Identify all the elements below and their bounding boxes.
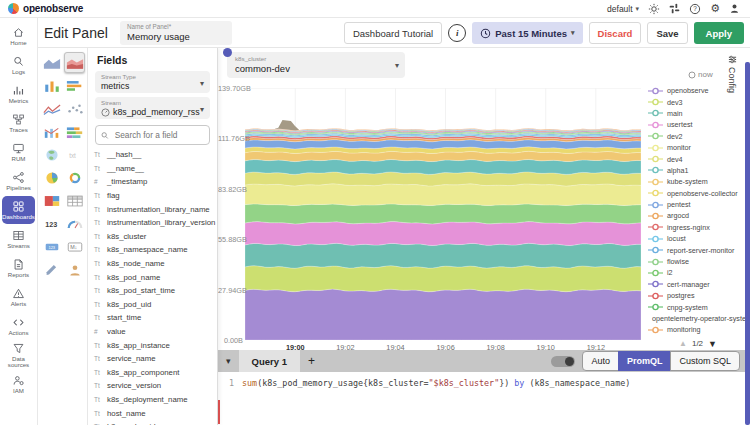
legend-item-locust[interactable]: locust xyxy=(648,233,748,244)
discard-button[interactable]: Discard xyxy=(589,22,642,44)
stacked-area-chart[interactable] xyxy=(245,88,641,340)
legend-item-pentest[interactable]: pentest xyxy=(648,199,748,210)
field-item-start_time[interactable]: Ttstart_time xyxy=(88,311,217,325)
chart-type-gauge-icon[interactable] xyxy=(64,213,85,234)
field-item-__name__[interactable]: Tt__name__ xyxy=(88,162,217,176)
field-item-k8s_app_instance[interactable]: Ttk8s_app_instance xyxy=(88,338,217,352)
legend-item-dev4[interactable]: dev4 xyxy=(648,153,748,164)
sidebar-item-metrics[interactable]: Metrics xyxy=(2,80,35,108)
help-icon[interactable]: ? xyxy=(689,3,701,15)
legend-item-cnpg-system[interactable]: cnpg-system xyxy=(648,301,748,312)
legend-item-openobserve[interactable]: openobserve xyxy=(648,85,748,96)
legend-item-dev3[interactable]: dev3 xyxy=(648,96,748,107)
chart-type-donut-icon[interactable] xyxy=(64,167,85,188)
field-item-instrumentation_library_name[interactable]: Ttinstrumentation_library_name xyxy=(88,202,217,216)
sidebar-item-rum[interactable]: RUM xyxy=(2,138,35,166)
legend-item-report-server-monitor[interactable]: report-server-monitor xyxy=(648,244,748,255)
sidebar-item-alerts[interactable]: Alerts xyxy=(2,283,35,311)
legend-item-flowise[interactable]: flowise xyxy=(648,256,748,267)
field-search-input[interactable] xyxy=(113,129,204,141)
field-item-instrumentation_library_version[interactable]: Ttinstrumentation_library_version xyxy=(88,216,217,230)
legend-item-usertest[interactable]: usertest xyxy=(648,119,748,130)
field-item-k8s_deployment_name[interactable]: Ttk8s_deployment_name xyxy=(88,393,217,407)
stream-type-select[interactable]: Stream Type metrics ▾ xyxy=(95,71,210,93)
custom-sql-mode-button[interactable]: Custom SQL xyxy=(670,351,740,371)
legend-item-cert-manager[interactable]: cert-manager xyxy=(648,279,748,290)
field-item-k8s_pod_start_time[interactable]: Ttk8s_pod_start_time xyxy=(88,284,217,298)
cluster-variable-select[interactable]: k8s_cluster common-dev ▾ xyxy=(227,52,405,78)
chart-type-treemap-icon[interactable] xyxy=(41,190,62,211)
sidebar-item-logs[interactable]: Logs xyxy=(2,51,35,79)
settings-gear-icon[interactable]: ⚙ xyxy=(710,3,720,14)
auto-mode-button[interactable]: Auto xyxy=(582,351,619,371)
legend-item-kube-system[interactable]: kube-system xyxy=(648,176,748,187)
legend-item-monitoring[interactable]: monitoring xyxy=(648,324,748,335)
chart-type-h-bar-icon[interactable] xyxy=(64,75,85,96)
sidebar-item-home[interactable]: Home xyxy=(2,22,35,50)
chart-type-geomap-icon[interactable] xyxy=(41,144,62,165)
query-mode-toggle[interactable] xyxy=(551,356,575,367)
chart-type-pie-icon[interactable] xyxy=(41,167,62,188)
legend-page-up-icon[interactable]: ▲ xyxy=(679,339,687,348)
chart-type-bar-icon[interactable] xyxy=(41,75,62,96)
legend-item-main[interactable]: main xyxy=(648,108,748,119)
field-item-k8s_cluster[interactable]: Ttk8s_cluster xyxy=(88,230,217,244)
sidebar-item-iam[interactable]: IAM xyxy=(2,370,35,398)
openobserve-logo[interactable]: openobserve xyxy=(0,3,83,14)
legend-item-opentelemetry-operator-system[interactable]: opentelemetry-operator-system xyxy=(648,313,748,324)
chart-type-h-stacked-icon[interactable] xyxy=(64,121,85,142)
field-item-service_name[interactable]: Ttservice_name xyxy=(88,352,217,366)
panel-scrollbar[interactable] xyxy=(745,62,750,425)
field-item-__hash__[interactable]: Tt__hash__ xyxy=(88,148,217,162)
legend-page-down-icon[interactable]: ▼ xyxy=(708,339,717,349)
add-query-button[interactable]: + xyxy=(308,354,315,368)
field-item-k8s_node_uid[interactable]: Ttk8s_node_uid xyxy=(88,420,217,425)
legend-item-dev2[interactable]: dev2 xyxy=(648,131,748,142)
field-item-k8s_namespace_name[interactable]: Ttk8s_namespace_name xyxy=(88,243,217,257)
chart-type-area-stacked-icon[interactable] xyxy=(64,52,85,73)
save-button[interactable]: Save xyxy=(647,22,687,44)
dashboard-tutorial-button[interactable]: Dashboard Tutorial xyxy=(344,22,442,44)
promql-mode-button[interactable]: PromQL xyxy=(618,351,672,371)
field-item-k8s_pod_uid[interactable]: Ttk8s_pod_uid xyxy=(88,298,217,312)
chart-type-annotation-icon[interactable] xyxy=(41,259,62,280)
legend-item-openobserve-collector[interactable]: openobserve-collector xyxy=(648,188,748,199)
slack-icon[interactable] xyxy=(669,3,680,14)
chart-type-text-icon[interactable]: txt xyxy=(64,144,85,165)
chart-type-line-icon[interactable] xyxy=(41,98,62,119)
chart-type-metric-123-icon[interactable]: 123 xyxy=(41,213,62,234)
chart-type-markdown-icon[interactable]: M↓ xyxy=(64,236,85,257)
field-item-k8s_node_name[interactable]: Ttk8s_node_name xyxy=(88,257,217,271)
theme-icon[interactable] xyxy=(648,3,660,15)
sidebar-item-traces[interactable]: Traces xyxy=(2,109,35,137)
legend-item-argocd[interactable]: argocd xyxy=(648,210,748,221)
sidebar-item-dashboards[interactable]: Dashboards xyxy=(2,196,35,224)
field-item-_timestamp[interactable]: #_timestamp xyxy=(88,175,217,189)
sidebar-item-actions[interactable]: Actions xyxy=(2,312,35,340)
chart-type-custom-icon[interactable] xyxy=(64,259,85,280)
legend-item-monitor[interactable]: monitor xyxy=(648,142,748,153)
field-item-k8s_app_component[interactable]: Ttk8s_app_component xyxy=(88,366,217,380)
panel-name-field[interactable]: Name of Panel* Memory usage xyxy=(120,21,232,45)
org-selector[interactable]: default ▾ xyxy=(607,4,639,14)
chart-type-table-icon[interactable] xyxy=(64,190,85,211)
chart-type-scatter-icon[interactable] xyxy=(64,98,85,119)
legend-item-alpha1[interactable]: alpha1 xyxy=(648,165,748,176)
sidebar-item-reports[interactable]: Reports xyxy=(2,254,35,282)
field-item-value[interactable]: #value xyxy=(88,325,217,339)
sidebar-item-pipelines[interactable]: Pipelines xyxy=(2,167,35,195)
apply-button[interactable]: Apply xyxy=(694,22,744,44)
field-item-host_name[interactable]: Tthost_name xyxy=(88,406,217,420)
account-icon[interactable] xyxy=(729,3,740,14)
time-range-selector[interactable]: Past 15 Minutes ▾ xyxy=(472,22,582,44)
field-item-service_version[interactable]: Ttservice_version xyxy=(88,379,217,393)
query-editor[interactable]: 1 sum(k8s_pod_memory_usage{k8s_cluster="… xyxy=(218,372,750,425)
legend-item-ingress-nginx[interactable]: ingress-nginx xyxy=(648,222,748,233)
chart-type-metric-card-icon[interactable]: 123 xyxy=(41,236,62,257)
query-tab[interactable]: Query 1 xyxy=(239,350,300,372)
info-button[interactable]: i xyxy=(448,24,466,42)
legend-item-postgres[interactable]: postgres xyxy=(648,290,748,301)
refresh-now-control[interactable]: now xyxy=(688,70,713,79)
chart-type-bar-line-icon[interactable] xyxy=(41,121,62,142)
field-item-k8s_pod_name[interactable]: Ttk8s_pod_name xyxy=(88,270,217,284)
